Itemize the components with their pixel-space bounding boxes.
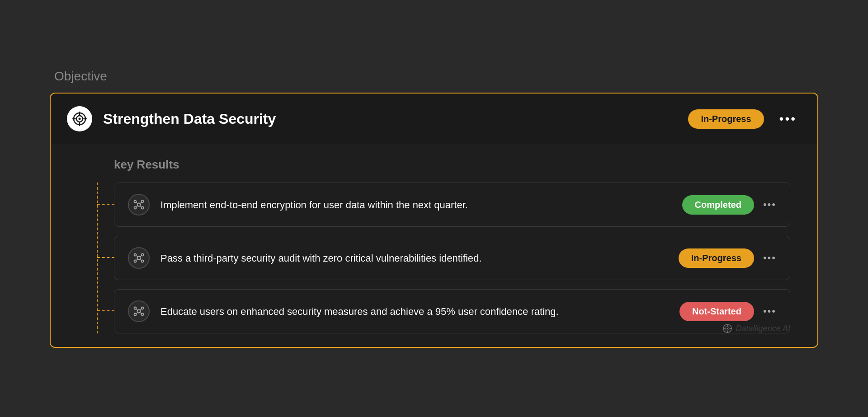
svg-point-36: [726, 328, 728, 329]
svg-line-12: [136, 202, 138, 204]
svg-line-24: [140, 259, 142, 261]
brand-watermark: Datalligence AI: [722, 323, 790, 333]
svg-line-33: [140, 312, 142, 314]
svg-line-32: [136, 312, 138, 314]
kr-item-2: Pass a third-party security audit with z…: [114, 236, 790, 280]
svg-line-31: [140, 309, 142, 311]
svg-point-11: [142, 207, 144, 209]
kr-dots-menu-2[interactable]: •••: [763, 252, 776, 264]
brand-logo-icon: [722, 323, 732, 333]
svg-line-23: [136, 259, 138, 261]
kr-icon-1: [128, 194, 150, 216]
brand-name: Datalligence AI: [736, 324, 790, 333]
kr-actions-2: In-Progress •••: [679, 248, 776, 268]
section-label: Objective: [50, 69, 818, 84]
svg-point-2: [79, 118, 81, 120]
svg-point-17: [134, 254, 137, 256]
kr-actions-1: Completed •••: [682, 195, 776, 215]
svg-line-30: [136, 309, 138, 311]
key-results-label: key Results: [87, 158, 790, 172]
kr-text-1: Implement end-to-end encryption for user…: [160, 197, 671, 212]
objective-icon: [67, 106, 92, 131]
objective-header: Strengthen Data Security In-Progress •••: [51, 94, 817, 144]
kr-status-badge-2: In-Progress: [679, 248, 754, 268]
svg-line-14: [136, 206, 138, 207]
kr-text-3: Educate users on enhanced security measu…: [160, 304, 669, 319]
objective-dots-menu[interactable]: •••: [775, 110, 801, 128]
kr-icon-2: [128, 247, 150, 269]
objective-title: Strengthen Data Security: [103, 111, 677, 127]
kr-actions-3: Not-Started •••: [679, 302, 776, 321]
svg-point-9: [142, 201, 144, 203]
svg-point-26: [134, 307, 137, 309]
svg-line-13: [140, 202, 142, 204]
network-icon-3: [133, 305, 145, 317]
key-results-section: key Results: [51, 144, 817, 347]
svg-point-27: [142, 307, 144, 309]
kr-status-badge-1: Completed: [682, 195, 754, 215]
network-icon-2: [133, 252, 145, 264]
page-container: Objective Strengthen Data Security In-Pr…: [50, 69, 818, 348]
kr-dots-menu-3[interactable]: •••: [763, 305, 776, 317]
svg-point-18: [142, 254, 144, 256]
svg-line-15: [140, 206, 142, 207]
svg-point-29: [142, 314, 144, 316]
target-icon: [72, 112, 87, 126]
svg-line-22: [140, 256, 142, 258]
network-icon-1: [133, 199, 145, 211]
kr-text-2: Pass a third-party security audit with z…: [160, 251, 668, 266]
svg-point-8: [134, 201, 137, 203]
kr-item-1: Implement end-to-end encryption for user…: [114, 183, 790, 227]
svg-point-28: [134, 314, 137, 316]
key-results-list: Implement end-to-end encryption for user…: [87, 183, 790, 333]
kr-icon-3: [128, 300, 150, 322]
objective-status-badge: In-Progress: [688, 109, 764, 129]
objective-card: Strengthen Data Security In-Progress •••…: [50, 93, 818, 348]
kr-status-badge-3: Not-Started: [679, 302, 754, 321]
svg-line-21: [136, 256, 138, 258]
svg-point-20: [142, 260, 144, 262]
kr-item-3: Educate users on enhanced security measu…: [114, 289, 790, 333]
svg-point-19: [134, 260, 137, 262]
svg-point-10: [134, 207, 137, 209]
kr-dots-menu-1[interactable]: •••: [763, 199, 776, 211]
